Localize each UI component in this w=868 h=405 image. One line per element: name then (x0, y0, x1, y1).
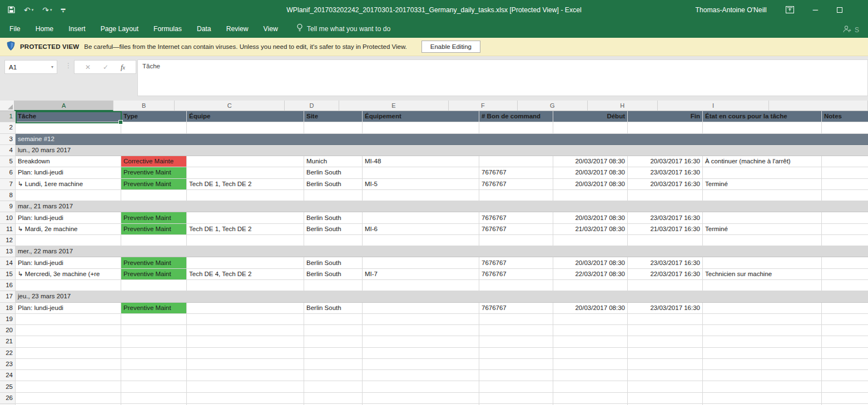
cell-F8[interactable] (479, 190, 553, 201)
cell-J21[interactable] (822, 336, 868, 347)
cell-E22[interactable] (363, 348, 479, 359)
cell-C2[interactable] (187, 122, 304, 133)
cell-A19[interactable] (16, 314, 121, 325)
tell-me-box[interactable]: Tell me what you want to do (296, 23, 390, 34)
cell-A11[interactable]: ↳ Mardi, 2e machine (16, 224, 121, 235)
cell-H18[interactable]: 23/03/2017 16:30 (628, 303, 703, 314)
cell-H23[interactable] (628, 359, 703, 370)
cell-A26[interactable] (16, 393, 121, 404)
row-header-18[interactable]: 18 (0, 303, 16, 314)
cell-C26[interactable] (187, 393, 304, 404)
cell-D8[interactable] (304, 190, 363, 201)
cell-E10[interactable] (363, 212, 479, 223)
cell-D26[interactable] (304, 393, 363, 404)
row-header-10[interactable]: 10 (0, 212, 16, 223)
cell-G15[interactable]: 22/03/2017 08:30 (553, 269, 628, 280)
cell-J6[interactable] (822, 167, 868, 178)
cell-F10[interactable]: 7676767 (479, 212, 553, 223)
cell-J11[interactable] (822, 224, 868, 235)
column-header-B[interactable]: B (113, 101, 175, 111)
row-header-24[interactable]: 24 (0, 370, 16, 381)
cell-B22[interactable] (121, 348, 187, 359)
cell-B10[interactable]: Preventive Maint (121, 212, 187, 223)
cell-J16[interactable] (822, 280, 868, 291)
cell-F26[interactable] (479, 393, 553, 404)
cell-E12[interactable] (363, 235, 479, 246)
cell-E20[interactable] (363, 325, 479, 336)
cell-J24[interactable] (822, 370, 868, 381)
cell-C8[interactable] (187, 190, 304, 201)
cell-A15[interactable]: ↳ Mercredi, 3e machine (+re (16, 269, 121, 280)
row-header-26[interactable]: 26 (0, 393, 16, 404)
row-header-6[interactable]: 6 (0, 167, 16, 178)
column-header-E[interactable]: E (339, 101, 449, 111)
cell-I11[interactable]: Terminé (703, 224, 822, 235)
tab-formulas[interactable]: Formulas (153, 25, 182, 33)
cell-I6[interactable] (703, 167, 822, 178)
cell-D6[interactable]: Berlin South (304, 167, 363, 178)
cell-C20[interactable] (187, 325, 304, 336)
cell-B19[interactable] (121, 314, 187, 325)
cell-H7[interactable]: 20/03/2017 16:30 (628, 179, 703, 190)
cell-C10[interactable] (187, 212, 304, 223)
cell-H25[interactable] (628, 381, 703, 392)
cell-C24[interactable] (187, 370, 304, 381)
undo-button[interactable]: ↶▾ (24, 6, 33, 14)
cell-H22[interactable] (628, 348, 703, 359)
cell-H14[interactable]: 23/03/2017 16:30 (628, 257, 703, 268)
cell-H20[interactable] (628, 325, 703, 336)
row-header-9[interactable]: 9 (0, 201, 16, 212)
row-header-15[interactable]: 15 (0, 269, 16, 280)
cell-H24[interactable] (628, 370, 703, 381)
cell-G14[interactable]: 20/03/2017 08:30 (553, 257, 628, 268)
cell-G21[interactable] (553, 336, 628, 347)
cell-F20[interactable] (479, 325, 553, 336)
cell-D1[interactable]: Site (304, 111, 363, 122)
cancel-icon[interactable]: ✕ (85, 63, 91, 71)
cell-E19[interactable] (363, 314, 479, 325)
cell-F16[interactable] (479, 280, 553, 291)
column-header-I[interactable]: I (658, 101, 769, 111)
cell-J8[interactable] (822, 190, 868, 201)
cell-J7[interactable] (822, 179, 868, 190)
cell-E26[interactable] (363, 393, 479, 404)
cell-J22[interactable] (822, 348, 868, 359)
formula-bar-splitter[interactable]: ⋮ (65, 62, 72, 69)
cell-H2[interactable] (628, 122, 703, 133)
row-header-23[interactable]: 23 (0, 359, 16, 370)
tab-home[interactable]: Home (36, 25, 54, 33)
cell-C11[interactable]: Tech DE 1, Tech DE 2 (187, 224, 304, 235)
cell-H12[interactable] (628, 235, 703, 246)
cell-G25[interactable] (553, 381, 628, 392)
cell-J26[interactable] (822, 393, 868, 404)
cell-B2[interactable] (121, 122, 187, 133)
column-header-C[interactable]: C (175, 101, 284, 111)
cell-E18[interactable] (363, 303, 479, 314)
cell-E15[interactable]: MI-7 (363, 269, 479, 280)
cell-C18[interactable] (187, 303, 304, 314)
cell-D18[interactable]: Berlin South (304, 303, 363, 314)
cell-H11[interactable]: 21/03/2017 16:30 (628, 224, 703, 235)
cell-A21[interactable] (16, 336, 121, 347)
cell-B20[interactable] (121, 325, 187, 336)
cell-F24[interactable] (479, 370, 553, 381)
cell-C1[interactable]: Équipe (187, 111, 304, 122)
cell-A23[interactable] (16, 359, 121, 370)
cell-D2[interactable] (304, 122, 363, 133)
cell-J23[interactable] (822, 359, 868, 370)
cell-I22[interactable] (703, 348, 822, 359)
cell-D19[interactable] (304, 314, 363, 325)
cell-I15[interactable]: Technicien sur machine (703, 269, 822, 280)
row-header-14[interactable]: 14 (0, 257, 16, 268)
cell-E23[interactable] (363, 359, 479, 370)
cell-F18[interactable]: 7676767 (479, 303, 553, 314)
cell-F23[interactable] (479, 359, 553, 370)
cell-I1[interactable]: État en cours pour la tâche (703, 111, 822, 122)
cell-I25[interactable] (703, 381, 822, 392)
cell-C15[interactable]: Tech DE 4, Tech DE 2 (187, 269, 304, 280)
cell-F14[interactable]: 7676767 (479, 257, 553, 268)
cell-C14[interactable] (187, 257, 304, 268)
row-header-19[interactable]: 19 (0, 314, 16, 325)
cell-G11[interactable]: 21/03/2017 08:30 (553, 224, 628, 235)
cell-B18[interactable]: Preventive Maint (121, 303, 187, 314)
